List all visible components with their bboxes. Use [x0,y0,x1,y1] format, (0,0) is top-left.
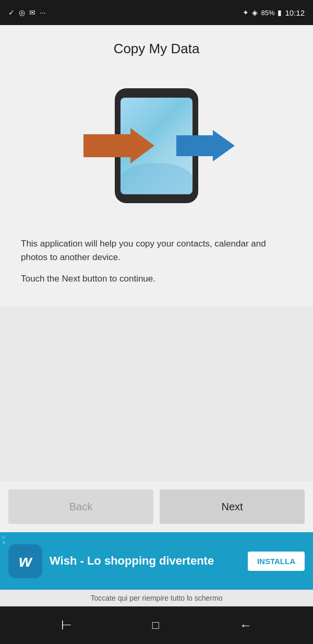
ad-app-icon: w [8,544,42,578]
wifi-icon: ◈ [252,8,258,17]
fill-screen-text: Toccate qui per riempire tutto lo scherm… [91,594,223,602]
recents-button[interactable]: ⊢ [61,618,72,633]
button-row: Back Next [0,481,313,532]
bluetooth-icon: ✦ [243,8,249,17]
ad-text-block: Wish - Lo shopping divertente [50,554,240,569]
more-icon: ··· [40,8,46,17]
status-bar: ✓ ◎ ✉ ··· ✦ ◈ 85% ▮ 10:12 [0,0,313,25]
ad-app-name: Wish - Lo shopping divertente [50,554,240,569]
status-time: 10:12 [285,8,305,17]
illustration-container [73,73,240,219]
ad-icon-letter: w [19,552,32,571]
battery-icon: ▮ [278,8,282,17]
next-button[interactable]: Next [160,489,305,524]
arrow-blue-icon [176,130,235,161]
status-bar-right: ✦ ◈ 85% ▮ 10:12 [243,8,305,17]
status-bar-left: ✓ ◎ ✉ ··· [8,8,46,17]
notification-icon-2: ◎ [19,8,25,17]
ad-install-button[interactable]: INSTALLA [248,552,305,571]
ad-label: ▷ x [2,534,6,545]
description-text: This application will help you copy your… [21,237,292,264]
bottom-nav-bar: ⊢ □ ← [0,606,313,644]
page-title: Copy My Data [114,41,200,57]
scrollable-content: Copy My Data [0,25,313,606]
battery-level: 85% [261,9,274,17]
back-button[interactable]: Back [8,489,153,524]
email-icon: ✉ [29,8,35,17]
main-content: Copy My Data [0,25,313,307]
content-spacer [0,307,313,482]
notification-icon-1: ✓ [8,8,15,17]
instruction-text: Touch the Next button to continue. [21,272,292,286]
back-nav-button[interactable]: ← [239,618,252,633]
home-button[interactable]: □ [152,618,159,632]
content-wrapper: Copy My Data [0,25,313,606]
fill-screen-bar[interactable]: Toccate qui per riempire tutto lo scherm… [0,590,313,606]
arrow-orange-icon [83,128,154,163]
description-section: This application will help you copy your… [16,237,297,286]
ad-banner[interactable]: ▷ x w Wish - Lo shopping divertente INST… [0,532,313,590]
